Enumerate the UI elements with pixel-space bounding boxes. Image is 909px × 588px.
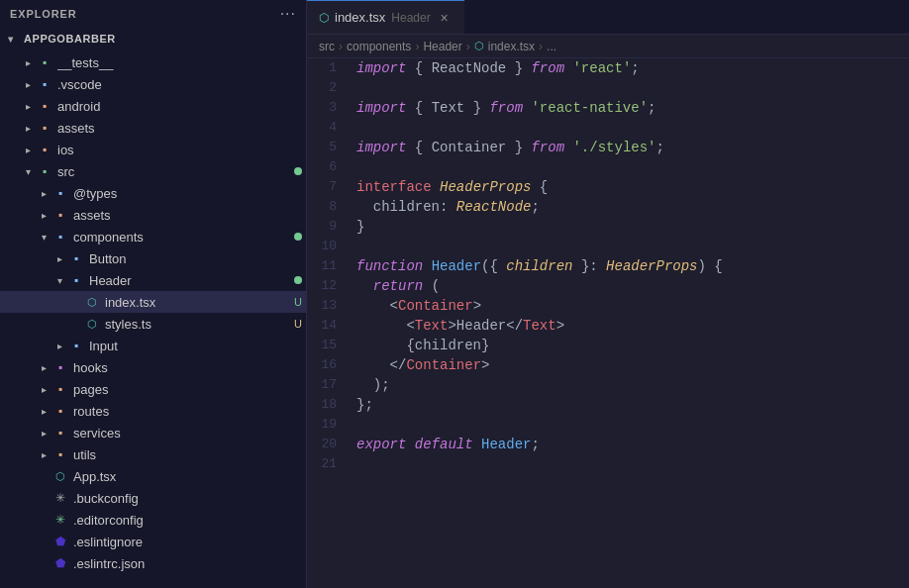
code-line-8: 8 children: ReactNode; xyxy=(307,197,909,217)
sidebar-item-header[interactable]: ▾ ▪ Header xyxy=(0,269,306,291)
code-line-18: 18 }; xyxy=(307,395,909,415)
sidebar-item-android[interactable]: ▸ ▪ android xyxy=(0,95,306,117)
sidebar-item-routes[interactable]: ▸ ▪ routes xyxy=(0,400,306,422)
sidebar-item-tests[interactable]: ▸ ▪ __tests__ xyxy=(0,51,306,73)
line-content: import { Container } from './styles'; xyxy=(356,138,909,157)
line-number: 19 xyxy=(307,415,356,435)
chevron-right-icon: ▸ xyxy=(20,101,36,112)
sidebar-item-input[interactable]: ▸ ▪ Input xyxy=(0,335,306,356)
sidebar-item-pages[interactable]: ▸ ▪ pages xyxy=(0,378,306,400)
line-number: 9 xyxy=(307,217,356,237)
line-content xyxy=(356,118,909,138)
sidebar-item-editorconfig[interactable]: ✳ .editorconfig xyxy=(0,509,306,531)
line-number: 7 xyxy=(307,177,356,197)
folder-icon: ▪ xyxy=(51,360,69,374)
sidebar: Explorer ··· ▾ APPGOBARBER ▸ ▪ __tests__… xyxy=(0,0,307,588)
folder-icon: ▪ xyxy=(51,382,69,396)
sidebar-item-services[interactable]: ▸ ▪ services xyxy=(0,422,306,443)
sidebar-item-apptsx[interactable]: ⬡ App.tsx xyxy=(0,465,306,487)
item-label: ios xyxy=(57,143,302,157)
code-line-15: 15 {children} xyxy=(307,336,909,355)
breadcrumb-sep: › xyxy=(415,40,419,53)
folder-icon: ▪ xyxy=(36,143,53,156)
item-label: .buckconfig xyxy=(73,491,302,506)
file-tree: ▸ ▪ __tests__ ▸ ▪ .vscode ▸ ▪ android ▸ … xyxy=(0,49,306,588)
item-label: __tests__ xyxy=(57,55,302,70)
item-label: Input xyxy=(89,339,302,353)
chevron-right-icon: ▸ xyxy=(36,384,51,395)
line-content: }; xyxy=(356,395,909,415)
chevron-right-icon: ▸ xyxy=(51,253,67,264)
line-number: 13 xyxy=(307,296,356,316)
sidebar-item-eslintrc[interactable]: ⬟ .eslintrc.json xyxy=(0,552,306,574)
eslint-icon: ⬟ xyxy=(51,535,69,548)
line-content xyxy=(356,454,909,474)
sidebar-item-eslintignore[interactable]: ⬟ .eslintignore xyxy=(0,531,306,552)
item-label: src xyxy=(57,164,290,179)
chevron-right-icon: ▸ xyxy=(36,362,51,373)
main-panel: ⬡ index.tsx Header × src › components › … xyxy=(307,0,909,588)
item-label: App.tsx xyxy=(73,469,302,484)
line-content xyxy=(356,237,909,256)
folder-icon: ▪ xyxy=(51,404,69,418)
modified-badge xyxy=(294,233,302,241)
sidebar-item-buckconfig[interactable]: ✳ .buckconfig xyxy=(0,487,306,509)
code-line-6: 6 xyxy=(307,157,909,177)
breadcrumb-sep: › xyxy=(466,40,470,53)
tab-close-button[interactable]: × xyxy=(437,10,453,26)
item-label: pages xyxy=(73,382,302,397)
code-editor[interactable]: 1 import { ReactNode } from 'react'; 2 3… xyxy=(307,58,909,588)
code-line-9: 9 } xyxy=(307,217,909,237)
item-label: android xyxy=(57,99,302,114)
line-number: 20 xyxy=(307,435,356,454)
sidebar-item-atypes[interactable]: ▸ ▪ @types xyxy=(0,182,306,204)
sidebar-item-vscode[interactable]: ▸ ▪ .vscode xyxy=(0,73,306,95)
item-label: styles.ts xyxy=(105,317,288,332)
unsaved-badge: U xyxy=(294,318,302,330)
line-number: 6 xyxy=(307,157,356,177)
folder-icon: ▪ xyxy=(67,251,85,265)
item-label: .editorconfig xyxy=(73,513,302,528)
folder-icon: ▪ xyxy=(36,55,53,69)
item-label: components xyxy=(73,230,290,245)
explorer-title: Explorer xyxy=(10,8,77,20)
sidebar-item-button[interactable]: ▸ ▪ Button xyxy=(0,247,306,269)
item-label: Button xyxy=(89,251,302,266)
sidebar-item-stylests[interactable]: ⬡ styles.ts U xyxy=(0,313,306,335)
folder-icon: ▪ xyxy=(51,230,69,244)
breadcrumb: src › components › Header › ⬡ index.tsx … xyxy=(307,35,909,58)
tab-foldername: Header xyxy=(391,11,430,25)
line-number: 18 xyxy=(307,395,356,415)
tab-indextsx[interactable]: ⬡ index.tsx Header × xyxy=(307,0,464,35)
line-number: 10 xyxy=(307,237,356,256)
breadcrumb-components: components xyxy=(347,40,411,53)
sidebar-item-indextsx[interactable]: ⬡ index.tsx U xyxy=(0,291,306,313)
more-options-icon[interactable]: ··· xyxy=(280,5,296,23)
item-label: index.tsx xyxy=(105,295,288,310)
modified-badge xyxy=(294,276,302,284)
file-icon: ✳ xyxy=(51,491,69,505)
sidebar-item-utils[interactable]: ▸ ▪ utils xyxy=(0,443,306,465)
line-content: import { ReactNode } from 'react'; xyxy=(356,58,909,78)
sidebar-item-src[interactable]: ▾ ▪ src xyxy=(0,160,306,182)
line-content: return ( xyxy=(356,276,909,296)
sidebar-item-ios[interactable]: ▸ ▪ ios xyxy=(0,139,306,160)
line-number: 16 xyxy=(307,355,356,375)
folder-icon: ▪ xyxy=(51,447,69,461)
tsx-icon: ⬡ xyxy=(51,469,69,483)
sidebar-item-assets[interactable]: ▸ ▪ assets xyxy=(0,117,306,139)
code-line-11: 11 function Header({ children }: HeaderP… xyxy=(307,256,909,276)
breadcrumb-sep: › xyxy=(539,40,543,53)
line-number: 5 xyxy=(307,138,356,157)
breadcrumb-sep: › xyxy=(339,40,343,53)
root-folder[interactable]: ▾ APPGOBARBER xyxy=(0,28,306,49)
sidebar-item-components[interactable]: ▾ ▪ components xyxy=(0,226,306,247)
root-label: APPGOBARBER xyxy=(24,33,116,45)
line-number: 15 xyxy=(307,336,356,355)
tsx-icon: ⬡ xyxy=(83,295,101,309)
line-content: </Container> xyxy=(356,355,909,375)
folder-icon: ▪ xyxy=(51,426,69,440)
sidebar-item-assets2[interactable]: ▸ ▪ assets xyxy=(0,204,306,226)
sidebar-item-hooks[interactable]: ▸ ▪ hooks xyxy=(0,356,306,378)
chevron-right-icon: ▸ xyxy=(36,188,51,199)
